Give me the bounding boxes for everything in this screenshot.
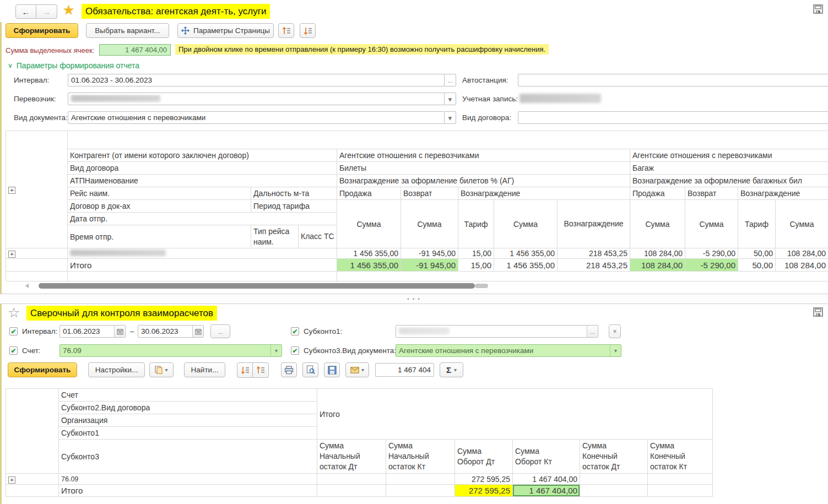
dropdown-icon[interactable]: ▾ [270, 345, 282, 356]
header-sale: Продажа [337, 187, 401, 200]
interval-checkbox[interactable]: ✔ [9, 327, 18, 335]
back-button[interactable]: ← [15, 4, 36, 19]
subconto3-field[interactable]: Агентские отношения с перевозчиками ▾ [396, 344, 621, 357]
choose-variant-button[interactable]: Выбрать вариант... [86, 23, 169, 38]
header-col: Сумма Начальный остаток Кт [386, 440, 455, 474]
expand-icon[interactable]: + [8, 187, 15, 194]
scrollbar-thumb[interactable] [39, 283, 475, 289]
calendar-icon[interactable] [114, 326, 125, 337]
total-row-label[interactable]: Итого [68, 259, 337, 272]
total-cell[interactable]: 1 456 355,00 [494, 259, 558, 272]
forward-button[interactable]: → [36, 4, 57, 19]
carrier-field[interactable] [68, 93, 445, 105]
preview-button[interactable] [302, 362, 318, 377]
subconto1-checkbox[interactable]: ✔ [291, 327, 299, 335]
cell[interactable]: 272 595,25 [455, 474, 513, 485]
header-empty-row [68, 131, 828, 149]
sort-asc-button[interactable] [253, 362, 269, 378]
find-button[interactable]: Найти... [184, 362, 225, 377]
calendar-icon[interactable] [192, 326, 203, 337]
cell[interactable]: 218 453,25 [558, 248, 630, 259]
total-cell[interactable] [648, 485, 713, 497]
move-cross-icon [181, 26, 190, 35]
cell[interactable]: 1 467 404,00 [513, 474, 580, 485]
cell[interactable]: 15,00 [458, 248, 494, 259]
cell[interactable] [317, 474, 386, 485]
interval-more-button[interactable]: ... [210, 324, 230, 338]
subconto1-field[interactable]: ... [396, 325, 598, 338]
total-cell[interactable]: 15,00 [458, 259, 494, 272]
total-cell-selected[interactable]: -91 945,00 [401, 259, 458, 272]
account-checkbox[interactable]: ✔ [9, 346, 18, 355]
page-params-button[interactable]: Параметры Страницы [177, 23, 274, 38]
selected-cells-sum-label: Сумма выделенных ячеек: [6, 45, 94, 56]
total-cell[interactable] [386, 485, 455, 497]
station-field[interactable] [518, 74, 828, 86]
account-row-label[interactable]: 76.09 [59, 474, 317, 485]
scroll-left-arrow-icon[interactable] [25, 284, 29, 288]
total-cell[interactable]: 50,00 [738, 259, 776, 272]
account-field[interactable]: 76.09 ▾ [59, 344, 282, 357]
account-record-value-redacted[interactable] [519, 94, 601, 105]
horizontal-scrollbar[interactable] [6, 282, 826, 290]
total-cell[interactable]: 108 284,00 [776, 259, 828, 272]
interval-ellipsis-button[interactable]: ... [444, 74, 456, 86]
sort-asc-button[interactable] [278, 23, 294, 38]
save-file-button[interactable] [324, 362, 340, 377]
settings-button[interactable]: Настройки... [88, 362, 145, 377]
print-button[interactable] [281, 362, 297, 377]
contract-type-label: Вид договора: [462, 111, 511, 124]
save-icon[interactable] [813, 307, 824, 317]
subconto1-clear-button[interactable]: × [609, 324, 621, 338]
scrollbar-track-rest[interactable] [475, 284, 488, 288]
quick-sum-field[interactable]: 1 467 404 [375, 363, 434, 377]
ellipsis-icon[interactable]: ... [587, 326, 598, 337]
cell[interactable]: 108 284,00 [776, 248, 828, 259]
favorite-star-icon[interactable]: ★ [62, 3, 75, 17]
doctype-field[interactable]: Агентские отношения с перевозчиками [68, 111, 445, 124]
send-mail-dropdown-button[interactable]: ▾ [345, 362, 369, 377]
copy-dropdown-button[interactable]: ▾ [149, 362, 174, 377]
sort-desc-button[interactable] [237, 362, 253, 378]
generate-button[interactable]: Сформировать [6, 23, 78, 38]
panel-splitter[interactable]: • • • [0, 294, 828, 304]
doctype-dropdown-button[interactable]: ▾ [444, 111, 456, 124]
subconto3-checkbox[interactable]: ✔ [291, 346, 299, 355]
total-cell-selected[interactable]: 108 284,00 [630, 259, 685, 272]
group-row-redacted[interactable] [68, 248, 337, 259]
dropdown-icon[interactable]: ▾ [610, 345, 621, 356]
contract-type-field[interactable] [518, 111, 828, 124]
save-icon[interactable] [813, 4, 824, 14]
cell[interactable]: 1 456 355,00 [494, 248, 558, 259]
report-params-section-header[interactable]: ∨ Параметры формирования отчета [8, 61, 139, 70]
cell[interactable]: -91 945,00 [401, 248, 458, 259]
header-subconto2: Субконто2.Вид договора [59, 402, 317, 414]
cell[interactable] [580, 474, 648, 485]
favorite-star-outline-icon[interactable]: ☆ [8, 306, 20, 319]
cell[interactable]: 108 284,00 [630, 248, 685, 259]
total-cell-highlighted[interactable]: 272 595,25 [455, 485, 513, 497]
cell[interactable] [386, 474, 455, 485]
total-cell[interactable] [317, 485, 386, 497]
generate-button[interactable]: Сформировать [8, 362, 77, 377]
interval-field[interactable]: 01.06.2023 - 30.06.2023 [68, 74, 445, 86]
total-cell[interactable]: 218 453,25 [558, 259, 630, 272]
cell[interactable]: 1 456 355,00 [337, 248, 401, 259]
nav-buttons: ← → [15, 4, 57, 19]
expand-icon[interactable]: + [8, 251, 15, 258]
sigma-dropdown-button[interactable]: Σ ▾ [440, 362, 463, 377]
date-from-field[interactable]: 01.06.2023 [59, 325, 126, 338]
cell[interactable]: 50,00 [738, 248, 776, 259]
sort-desc-button[interactable] [300, 23, 316, 38]
total-cell-selected[interactable]: -5 290,00 [685, 259, 738, 272]
empty-cell [6, 485, 59, 497]
date-to-field[interactable]: 30.06.2023 [138, 325, 204, 338]
carrier-dropdown-button[interactable]: ▾ [444, 93, 456, 105]
expand-icon[interactable]: + [8, 476, 15, 484]
cell[interactable] [648, 474, 713, 485]
total-row-label[interactable]: Итого [59, 485, 317, 497]
cell[interactable]: -5 290,00 [685, 248, 738, 259]
total-cell-selected[interactable]: 1 467 404,00 [513, 485, 580, 497]
total-cell[interactable] [580, 485, 648, 497]
total-cell-selected[interactable]: 1 456 355,00 [337, 259, 401, 272]
